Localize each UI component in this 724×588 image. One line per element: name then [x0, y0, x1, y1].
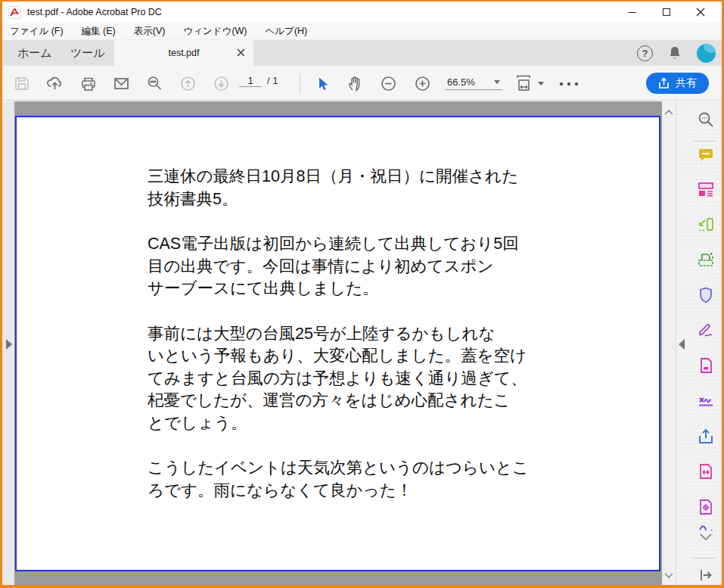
- paragraph: CAS電子出版は初回から連続して出典しており5回 目の出典です。今回は事情により…: [148, 233, 556, 300]
- protect-icon[interactable]: [697, 286, 715, 304]
- sidebar-divider: [693, 141, 717, 142]
- tab-document[interactable]: test.pdf: [114, 40, 253, 66]
- titlebar: test.pdf - Adobe Acrobat Pro DC: [2, 2, 722, 23]
- request-signature-icon[interactable]: [697, 392, 715, 410]
- tab-close-icon[interactable]: [236, 48, 246, 58]
- more-tools-icon[interactable]: [556, 75, 582, 92]
- compress-pdf-icon[interactable]: [697, 462, 715, 481]
- scroll-down-icon[interactable]: [663, 572, 674, 579]
- comment-icon[interactable]: [697, 146, 715, 164]
- menu-edit[interactable]: 編集 (E): [82, 25, 116, 38]
- chevron-down-icon: [538, 82, 544, 86]
- fill-sign-icon[interactable]: [697, 322, 715, 340]
- window-title: test.pdf - Adobe Acrobat Pro DC: [27, 7, 162, 17]
- fit-width-icon: [514, 73, 533, 93]
- toolbar: / 1 66.5%: [2, 66, 722, 101]
- paragraph: 事前には大型の台風25号が上陸するかもしれな いという予報もあり、大変心配しまし…: [148, 323, 556, 435]
- document-pane[interactable]: 三連休の最終日10月8日（月・祝日）に開催された 技術書典5。 CAS電子出版は…: [14, 101, 662, 585]
- maximize-icon[interactable]: [649, 2, 683, 23]
- zoom-level-value: 66.5%: [447, 76, 475, 88]
- send-file-icon[interactable]: [697, 428, 715, 446]
- page-text: 三連休の最終日10月8日（月・祝日）に開催された 技術書典5。 CAS電子出版は…: [148, 166, 556, 524]
- zoom-out-icon[interactable]: [380, 75, 397, 92]
- page-number-input[interactable]: [239, 75, 262, 87]
- menu-help[interactable]: ヘルプ(H): [266, 25, 308, 38]
- pdf-page[interactable]: 三連休の最終日10月8日（月・祝日）に開催された 技術書典5。 CAS電子出版は…: [15, 116, 660, 571]
- stamp-icon[interactable]: [697, 498, 715, 516]
- tab-home[interactable]: ホーム: [13, 40, 57, 66]
- tab-document-label: test.pdf: [169, 48, 200, 58]
- previous-page-icon[interactable]: [179, 75, 197, 92]
- vertical-scrollbar[interactable]: [662, 101, 676, 585]
- menu-file[interactable]: ファイル (F): [10, 25, 64, 38]
- hand-tool-icon[interactable]: [346, 75, 364, 92]
- menubar: ファイル (F) 編集 (E) 表示(V) ウィンドウ(W) ヘルプ(H): [2, 23, 722, 40]
- print-icon[interactable]: [79, 75, 97, 92]
- menu-window[interactable]: ウィンドウ(W): [183, 25, 247, 38]
- page-navigation: / 1: [239, 75, 278, 87]
- menu-view[interactable]: 表示(V): [134, 25, 166, 38]
- clipped-tool-icon[interactable]: [697, 522, 715, 530]
- zoom-in-icon[interactable]: [414, 75, 431, 92]
- organize-pages-icon[interactable]: [697, 180, 715, 198]
- prepare-form-icon[interactable]: [697, 356, 715, 375]
- paragraph: 三連休の最終日10月8日（月・祝日）に開催された 技術書典5。: [148, 166, 556, 210]
- minimize-icon[interactable]: [615, 2, 649, 23]
- tabbar: ホーム ツール test.pdf ?: [2, 40, 722, 66]
- export-pdf-icon[interactable]: [697, 216, 715, 234]
- find-icon[interactable]: [697, 110, 715, 129]
- sidebar-divider: [693, 558, 717, 558]
- left-panel-strip: [2, 101, 14, 585]
- paragraph: こうしたイベントは天気次第というのはつらいとこ ろです。雨にならなくて良かった！: [148, 457, 556, 502]
- expand-tools-panel-icon[interactable]: [679, 339, 685, 350]
- tools-sidebar: [676, 101, 722, 585]
- select-tool-icon[interactable]: [313, 75, 331, 92]
- more-tools-chevron-icon[interactable]: [697, 532, 715, 543]
- page-total: / 1: [267, 75, 278, 87]
- fit-width-dropdown[interactable]: [514, 73, 544, 93]
- scroll-up-icon[interactable]: [663, 109, 674, 116]
- cloud-upload-icon[interactable]: [46, 75, 64, 92]
- zoom-level-dropdown[interactable]: 66.5%: [445, 75, 502, 90]
- save-icon[interactable]: [13, 75, 30, 92]
- main-area: 三連休の最終日10月8日（月・祝日）に開催された 技術書典5。 CAS電子出版は…: [2, 101, 722, 585]
- email-icon[interactable]: [113, 75, 130, 92]
- scan-ocr-icon[interactable]: [697, 250, 715, 269]
- share-icon: [658, 77, 670, 89]
- notifications-bell-icon[interactable]: [667, 45, 683, 61]
- search-icon[interactable]: [146, 75, 163, 92]
- share-button-label: 共有: [676, 76, 697, 90]
- next-page-icon[interactable]: [213, 75, 230, 92]
- tab-tools[interactable]: ツール: [66, 40, 110, 66]
- window-border-bottom: [0, 585, 724, 588]
- acrobat-window: test.pdf - Adobe Acrobat Pro DC ファイル (F)…: [0, 0, 724, 588]
- expand-left-panel-icon[interactable]: [6, 339, 12, 350]
- share-button[interactable]: 共有: [646, 73, 709, 94]
- window-border-left: [0, 0, 2, 588]
- help-icon[interactable]: ?: [637, 45, 653, 61]
- chevron-down-icon: [494, 80, 500, 84]
- acrobat-logo-icon: [8, 6, 21, 19]
- window-border-top: [0, 0, 724, 2]
- account-avatar[interactable]: [697, 44, 716, 63]
- close-icon[interactable]: [683, 2, 717, 23]
- open-tools-panel-icon[interactable]: [697, 566, 715, 584]
- toolbar-divider: [300, 73, 300, 94]
